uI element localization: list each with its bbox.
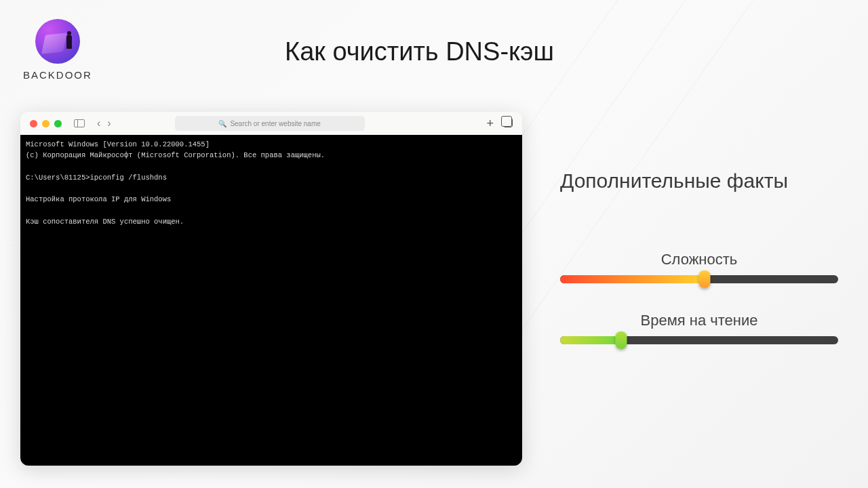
slider-difficulty: Сложность — [560, 251, 838, 283]
slider-track[interactable] — [560, 336, 838, 344]
close-icon[interactable] — [30, 120, 37, 127]
window-controls[interactable] — [30, 120, 62, 127]
browser-window: ‹ › 🔍 Search or enter website name + Mic… — [20, 112, 522, 466]
brand-logo — [35, 19, 80, 64]
slider-read-time: Время на чтение — [560, 312, 838, 344]
url-bar[interactable]: 🔍 Search or enter website name — [175, 116, 365, 131]
back-icon[interactable]: ‹ — [97, 117, 100, 129]
slider-label: Сложность — [560, 251, 838, 268]
slider-label: Время на чтение — [560, 312, 838, 329]
facts-heading: Дополнительные факты — [560, 169, 788, 192]
minimize-icon[interactable] — [42, 120, 50, 127]
search-icon: 🔍 — [218, 120, 226, 127]
sidebar-toggle-icon[interactable] — [74, 119, 85, 127]
slider-knob[interactable] — [616, 331, 627, 349]
browser-chrome: ‹ › 🔍 Search or enter website name + — [20, 112, 522, 135]
slider-fill — [560, 275, 705, 283]
page-title: Как очистить DNS-кэш — [285, 37, 554, 66]
tab-overview-icon[interactable] — [503, 118, 513, 127]
slider-fill — [560, 336, 621, 344]
url-placeholder: Search or enter website name — [230, 120, 320, 127]
brand-block: BACKDOOR — [23, 19, 92, 81]
new-tab-icon[interactable]: + — [486, 117, 494, 129]
slider-knob[interactable] — [699, 270, 711, 288]
brand-name: BACKDOOR — [23, 69, 92, 81]
slider-track[interactable] — [560, 275, 838, 283]
forward-icon[interactable]: › — [107, 117, 111, 129]
terminal-output: Microsoft Windows [Version 10.0.22000.14… — [20, 135, 522, 466]
maximize-icon[interactable] — [54, 120, 62, 127]
